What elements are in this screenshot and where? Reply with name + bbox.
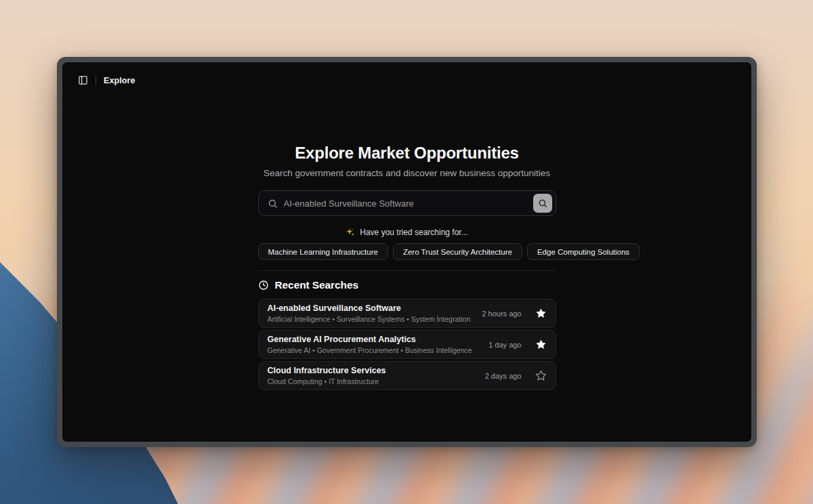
recent-search-text: Generative AI Procurement Analytics Gene… (268, 335, 489, 354)
search-submit-button[interactable] (533, 194, 552, 213)
recent-searches-header: Recent Searches (258, 279, 556, 291)
recent-search-tags: Generative AI • Government Procurement •… (268, 346, 489, 354)
section-divider (258, 270, 556, 271)
recent-search-time: 1 day ago (488, 341, 521, 349)
main-content: Explore Market Opportunities Search gove… (258, 144, 556, 390)
recent-search-time: 2 days ago (485, 372, 522, 380)
recent-search-text: Cloud Infrastructure Services Cloud Comp… (268, 366, 485, 385)
search-input[interactable] (284, 198, 533, 209)
recent-search-row[interactable]: Cloud Infrastructure Services Cloud Comp… (258, 361, 556, 390)
search-bar (258, 190, 556, 216)
clock-icon (258, 280, 269, 291)
favorite-toggle-button[interactable] (535, 308, 547, 319)
recent-search-time: 2 hours ago (482, 310, 521, 318)
app-header: Explore (62, 62, 751, 85)
suggestion-chips: Machine Learning Infrastructure Zero Tru… (258, 243, 556, 260)
recent-search-tags: Cloud Computing • IT Infrastructure (268, 377, 485, 385)
search-icon (268, 198, 278, 209)
favorite-toggle-button[interactable] (535, 339, 547, 350)
hero-subtitle: Search government contracts and discover… (258, 168, 556, 178)
recent-searches-list: AI-enabled Surveillance Software Artific… (258, 299, 556, 390)
sparkles-icon (346, 228, 355, 237)
app-window: Explore Explore Market Opportunities Sea… (57, 57, 757, 447)
panel-left-icon (78, 75, 88, 85)
sidebar-toggle-button[interactable] (78, 75, 88, 85)
recent-search-row[interactable]: Generative AI Procurement Analytics Gene… (258, 330, 556, 359)
search-icon (538, 198, 547, 208)
recent-search-text: AI-enabled Surveillance Software Artific… (268, 303, 482, 323)
star-outline-icon (535, 370, 547, 381)
star-filled-icon (535, 339, 547, 350)
page-title: Explore (104, 76, 136, 85)
suggestions-prompt-row: Have you tried searching for... (258, 228, 556, 237)
recent-searches-title: Recent Searches (275, 279, 358, 291)
recent-search-tags: Artificial Intelligence • Surveillance S… (268, 315, 482, 323)
recent-search-row[interactable]: AI-enabled Surveillance Software Artific… (258, 299, 556, 328)
suggestions-prompt: Have you tried searching for... (360, 228, 467, 237)
hero-title: Explore Market Opportunities (258, 144, 556, 163)
recent-search-title: AI-enabled Surveillance Software (268, 303, 482, 313)
recent-search-title: Cloud Infrastructure Services (268, 366, 485, 375)
app-window-content: Explore Explore Market Opportunities Sea… (62, 62, 751, 442)
suggestion-chip[interactable]: Edge Computing Solutions (527, 243, 640, 260)
star-filled-icon (535, 308, 547, 319)
suggestion-chip[interactable]: Machine Learning Infrastructure (258, 243, 388, 260)
suggestion-chip[interactable]: Zero Trust Security Architecture (393, 243, 522, 260)
header-divider (96, 75, 96, 85)
favorite-toggle-button[interactable] (535, 370, 547, 381)
recent-search-title: Generative AI Procurement Analytics (268, 335, 489, 344)
